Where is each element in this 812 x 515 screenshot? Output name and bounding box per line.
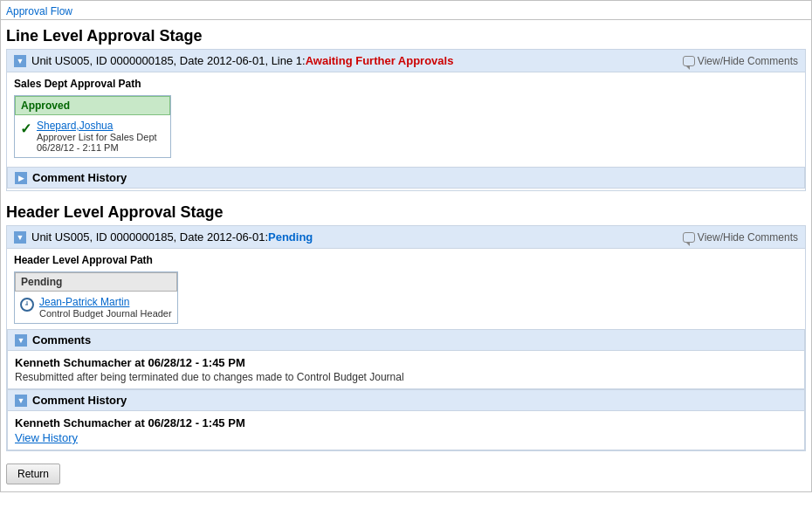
line-level-collapse-arrow[interactable]: ▼ [14,55,26,67]
header-level-comment-history-header[interactable]: ▼ Comment History [8,390,804,411]
line-level-approver-timestamp: 06/28/12 - 2:11 PM [37,142,157,153]
header-level-comment-history-arrow[interactable]: ▼ [15,395,27,407]
header-level-panel-body: Header Level Approval Path Pending Jean-… [7,249,805,329]
line-level-view-hide-label: View/Hide Comments [698,55,798,67]
header-level-comment-history-section: ▼ Comment History Kenneth Schumacher at … [7,389,805,450]
header-level-comments-section: ▼ Comments Kenneth Schumacher at 06/28/1… [7,329,805,389]
line-level-comment-history-arrow[interactable]: ▶ [15,172,27,184]
line-level-approval-status-bar: Approved [15,96,170,115]
footer: Return [1,457,811,491]
header-level-view-hide-comments[interactable]: View/Hide Comments [683,231,798,244]
header-level-comments-label: Comments [32,333,91,347]
line-level-entry-details: Shepard,Joshua Approver List for Sales D… [37,120,157,153]
approval-flow-link[interactable]: Approval Flow [6,5,72,17]
line-level-path-label: Sales Dept Approval Path [14,78,798,90]
header-level-panel: ▼ Unit US005, ID 0000000185, Date 2012-0… [6,225,806,451]
line-level-approval-entry: ✓ Shepard,Joshua Approver List for Sales… [15,115,170,157]
header-level-stage-heading: Header Level Approval Stage [1,196,811,225]
header-level-approver-name[interactable]: Jean-Patrick Martin [39,296,172,308]
comment-bubble-icon-header [683,232,695,243]
header-level-comment-author: Kenneth Schumacher at 06/28/12 - 1:45 PM [15,356,797,369]
header-level-comments-body: Kenneth Schumacher at 06/28/12 - 1:45 PM… [8,351,804,388]
line-level-panel-header: ▼ Unit US005, ID 0000000185, Date 2012-0… [7,50,805,72]
header-level-panel-title: Unit US005, ID 0000000185, Date 2012-06-… [31,230,313,244]
header-level-entry-details: Jean-Patrick Martin Control Budget Journ… [39,296,172,319]
header-level-comment-history-body: Kenneth Schumacher at 06/28/12 - 1:45 PM… [8,411,804,450]
header-level-approval-status-bar: Pending [15,272,177,292]
header-level-comments-header[interactable]: ▼ Comments [8,330,804,351]
return-button[interactable]: Return [6,464,60,484]
line-level-title-prefix: Unit US005, ID 0000000185, Date 2012-06-… [31,54,306,67]
header-level-collapse-arrow[interactable]: ▼ [14,231,26,244]
comment-bubble-icon-line [683,56,695,66]
line-level-comment-history-label: Comment History [32,171,127,184]
line-level-approver-role: Approver List for Sales Dept [37,132,157,142]
header-level-path-label: Header Level Approval Path [14,254,798,266]
header-level-comment-history-label: Comment History [32,394,127,407]
line-level-stage-heading: Line Level Approval Stage [1,20,811,49]
header-level-approval-entry: Jean-Patrick Martin Control Budget Journ… [15,292,177,323]
header-level-history-author: Kenneth Schumacher at 06/28/12 - 1:45 PM [15,416,797,429]
header-level-approval-path-box: Pending Jean-Patrick Martin Control Budg… [14,271,178,324]
view-history-link[interactable]: View History [15,431,78,444]
line-level-panel-body: Sales Dept Approval Path Approved ✓ Shep… [7,72,805,163]
header-level-approver-role: Control Budget Journal Header [39,308,172,319]
check-icon: ✓ [20,120,31,137]
line-level-panel-title: Unit US005, ID 0000000185, Date 2012-06-… [31,54,453,67]
line-level-comment-history-panel: ▶ Comment History [7,167,805,189]
header-level-comment-text: Resubmitted after being terminated due t… [15,371,797,383]
clock-icon [20,298,34,312]
line-level-comment-history-header[interactable]: ▶ Comment History [7,167,805,189]
line-level-status: Awaiting Further Approvals [306,54,454,67]
line-level-panel: ▼ Unit US005, ID 0000000185, Date 2012-0… [6,49,806,191]
line-level-view-hide-comments[interactable]: View/Hide Comments [683,55,798,67]
line-level-approval-path-box: Approved ✓ Shepard,Joshua Approver List … [14,95,171,158]
line-level-approver-name[interactable]: Shepard,Joshua [37,120,157,132]
header-level-title-prefix: Unit US005, ID 0000000185, Date 2012-06-… [31,230,268,244]
header-level-comments-arrow[interactable]: ▼ [15,334,27,347]
header-level-view-hide-label: View/Hide Comments [698,231,798,244]
header-level-panel-header: ▼ Unit US005, ID 0000000185, Date 2012-0… [7,226,805,249]
header-level-status: Pending [268,230,313,244]
approval-flow-breadcrumb: Approval Flow [1,1,811,20]
